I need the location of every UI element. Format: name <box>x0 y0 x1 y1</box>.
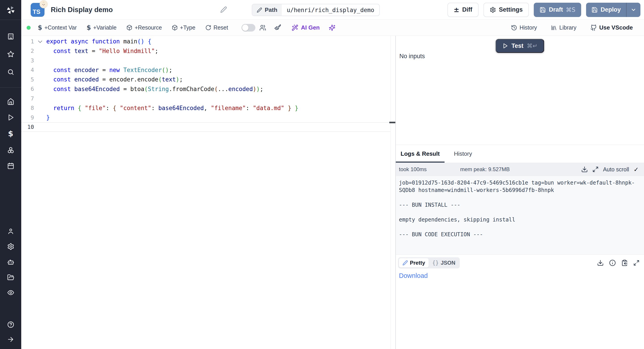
typescript-badge: TS <box>31 3 44 17</box>
line-number: 3 <box>21 57 34 64</box>
save-icon <box>540 7 546 13</box>
auto-scroll-label: Auto scroll <box>603 166 629 173</box>
sidebar-item-expand[interactable] <box>0 336 21 343</box>
ai-gen-button[interactable]: AI Gen <box>292 24 320 31</box>
play-icon <box>502 43 508 49</box>
expand-logs-icon[interactable] <box>592 166 598 172</box>
code-line[interactable]: 2 const text = "Hello Windmill"; <box>21 46 390 56</box>
no-inputs-text: No inputs <box>399 53 425 60</box>
code-line[interactable]: 10 <box>21 122 390 132</box>
code-text: return { "file": { "content": base64Enco… <box>46 105 298 111</box>
code-line[interactable]: 5 const encoded = encoder.encode(text); <box>21 75 390 84</box>
sidebar-item-audit-logs[interactable] <box>0 289 21 296</box>
result-view-pretty[interactable]: Pretty <box>399 258 429 268</box>
code-line[interactable]: 7 <box>21 94 390 103</box>
code-line[interactable]: 3 <box>21 56 390 65</box>
refresh-icon <box>205 25 211 31</box>
sidebar-item-workers[interactable] <box>0 259 21 266</box>
path-value: u/henri/rich_display_demo <box>282 4 379 16</box>
add-context-var-button[interactable]: $ +Context Var <box>38 24 77 31</box>
info-icon[interactable] <box>609 259 616 266</box>
line-number: 6 <box>21 86 34 92</box>
user-icon <box>7 228 14 235</box>
download-result-link[interactable]: Download <box>399 272 428 279</box>
page-title: Rich Display demo <box>51 6 113 14</box>
line-number: 9 <box>21 114 34 121</box>
calendar-icon <box>7 162 14 170</box>
deploy-button[interactable]: Deploy <box>586 3 626 17</box>
tab-history[interactable]: History <box>454 145 472 163</box>
code-editor[interactable]: 1export async function main() {2 const t… <box>21 36 390 349</box>
fold-chevron-icon[interactable] <box>34 40 46 43</box>
sidebar-logo[interactable] <box>0 5 21 15</box>
sidebar-item-variables[interactable]: $ <box>0 130 21 137</box>
history-button[interactable]: History <box>511 24 537 31</box>
sidebar-item-resources[interactable] <box>0 146 21 153</box>
sidebar-item-help[interactable] <box>0 321 21 328</box>
result-view-switch: Pretty {} JSON <box>398 257 460 268</box>
use-vscode-button[interactable]: Use VScode <box>590 24 633 31</box>
sidebar-item-favorites[interactable] <box>0 51 21 58</box>
add-variable-button[interactable]: $ +Variable <box>86 24 116 31</box>
users-icon[interactable] <box>260 24 266 31</box>
tab-logs-result[interactable]: Logs & Result <box>396 145 444 163</box>
pencil-icon <box>257 8 262 13</box>
edit-title-pencil-icon[interactable] <box>220 6 227 13</box>
library-button[interactable]: Library <box>551 24 576 31</box>
code-line[interactable]: 6 const base64Encoded = btoa(String.from… <box>21 84 390 94</box>
add-resource-button[interactable]: +Resource <box>126 24 162 31</box>
add-type-button[interactable]: +Type <box>172 24 196 31</box>
chevron-down-icon <box>630 7 636 13</box>
line-number: 8 <box>21 105 34 111</box>
sidebar-item-schedules[interactable] <box>0 162 21 170</box>
save-icon <box>592 7 598 13</box>
settings-button[interactable]: Settings <box>484 3 529 17</box>
sidebar-item-settings[interactable] <box>0 243 21 250</box>
code-line[interactable]: 8 return { "file": { "content": base64En… <box>21 103 390 113</box>
code-text: const base64Encoded = btoa(String.fromCh… <box>46 86 264 92</box>
code-text: const text = "Hello Windmill"; <box>46 48 158 54</box>
download-logs-icon[interactable] <box>581 166 588 173</box>
play-icon <box>7 114 14 121</box>
deploy-dropdown-button[interactable] <box>626 3 640 17</box>
cursor-position-marker <box>389 122 395 123</box>
diff-mode-toggle[interactable] <box>242 24 255 32</box>
script-path-control[interactable]: Path u/henri/rich_display_demo <box>252 4 380 16</box>
draft-shortcut: ⌘S <box>566 7 575 13</box>
package-icon <box>126 25 132 31</box>
copy-to-clipboard-icon[interactable] <box>621 259 628 266</box>
result-toolbar: Pretty {} JSON <box>396 255 644 268</box>
add-context-var-label: +Context Var <box>44 24 77 31</box>
library-icon <box>551 25 557 31</box>
sidebar-item-home[interactable] <box>0 98 21 105</box>
log-output[interactable]: job=01912d75-163d-8204-47c9-5469c516cb1e… <box>396 176 644 254</box>
run-panel: Test ⌘↵ No inputs Logs & Result History … <box>396 36 644 349</box>
sidebar-item-runs[interactable] <box>0 114 21 121</box>
result-view-json[interactable]: {} JSON <box>429 258 459 268</box>
inputs-section: Test ⌘↵ No inputs <box>396 36 644 145</box>
code-line[interactable]: 9} <box>21 113 390 122</box>
download-result-icon[interactable] <box>597 259 604 266</box>
code-text: const encoder = new TextEncoder(); <box>46 67 172 73</box>
sidebar-item-search[interactable] <box>0 69 21 76</box>
editor-overview-ruler[interactable] <box>390 36 395 349</box>
sparkles-icon[interactable] <box>329 24 336 31</box>
add-resource-label: +Resource <box>134 24 162 31</box>
sidebar-item-workspace[interactable] <box>0 33 21 40</box>
diff-button[interactable]: ± Diff <box>448 3 478 17</box>
test-button[interactable]: Test ⌘↵ <box>496 39 544 53</box>
code-line[interactable]: 1export async function main() { <box>21 37 390 46</box>
code-line[interactable]: 4 const encoder = new TextEncoder(); <box>21 65 390 75</box>
sidebar-item-users[interactable] <box>0 228 21 235</box>
expand-result-icon[interactable] <box>633 260 640 266</box>
format-brush-icon[interactable] <box>274 24 281 31</box>
add-type-label: +Type <box>180 24 196 31</box>
app-sidebar: $ <box>0 0 21 349</box>
reset-button[interactable]: Reset <box>205 24 228 31</box>
result-section: Pretty {} JSON <box>396 254 644 349</box>
sidebar-item-folders[interactable] <box>0 274 21 281</box>
draft-button[interactable]: Draft ⌘S <box>534 3 581 17</box>
wand-icon <box>292 24 298 31</box>
toggle-knob <box>242 25 248 31</box>
auto-scroll-check-icon[interactable]: ✓ <box>634 166 639 173</box>
